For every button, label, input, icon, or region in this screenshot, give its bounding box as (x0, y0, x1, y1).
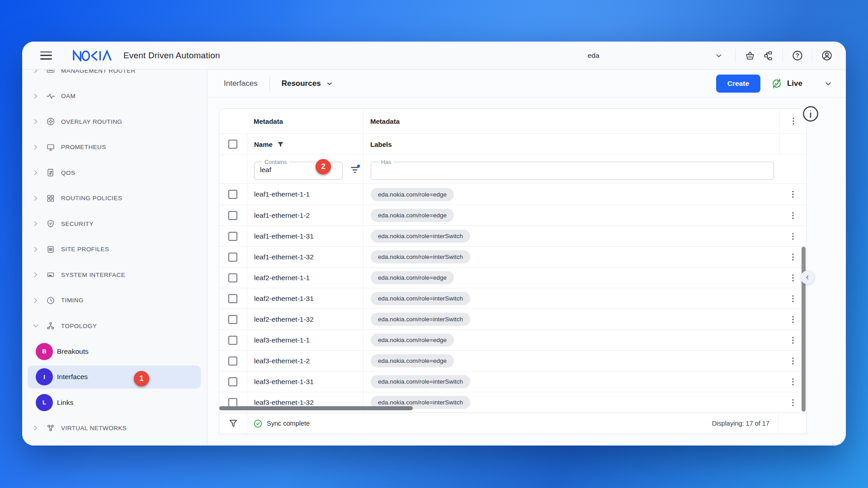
table-row: leaf1-ethernet-1-2eda.nokia.com/role=edg… (219, 205, 807, 225)
row-checkbox[interactable] (228, 253, 237, 262)
context-selector-value: eda (588, 52, 599, 60)
select-all-checkbox[interactable] (228, 140, 237, 149)
info-button[interactable] (801, 104, 820, 123)
row-checkbox[interactable] (228, 357, 237, 366)
group-header-metadata-name: Metadata (247, 117, 363, 125)
row-menu-button[interactable] (779, 211, 807, 221)
sidebar-item-label: OAM (61, 93, 75, 99)
table-body: leaf1-ethernet-1-1eda.nokia.com/role=edg… (219, 184, 807, 413)
labels-filter-input[interactable] (377, 165, 768, 174)
app-store-button[interactable] (741, 47, 759, 65)
row-name: leaf2-ethernet-1-1 (247, 267, 363, 288)
view-selector[interactable]: Resources (282, 79, 334, 88)
kebab-menu-icon (788, 211, 798, 221)
sidebar-item-site-profiles[interactable]: SITE PROFILES (22, 237, 207, 263)
chevron-down-icon (714, 51, 723, 60)
avatar: I (36, 368, 53, 385)
sidebar-item-qos[interactable]: QOS (22, 160, 207, 186)
avatar: L (36, 394, 53, 411)
label-chip: eda.nokia.com/role=interSwitch (371, 375, 470, 388)
create-button[interactable]: Create (716, 75, 760, 93)
chevron-right-icon (31, 245, 40, 254)
row-checkbox[interactable] (228, 315, 237, 324)
row-name: leaf3-ethernet-1-1 (247, 330, 363, 350)
row-checkbox[interactable] (228, 232, 237, 241)
sidebar-item-management-router[interactable]: MANAGEMENT ROUTER (22, 70, 207, 84)
group-header-metadata-labels: Metadata (363, 109, 779, 133)
sidebar-item-system-interface[interactable]: SYSTEM INTERFACE (22, 262, 207, 288)
sidebar-item-label: VIRTUAL NETWORKS (61, 425, 127, 432)
row-name: leaf1-ethernet-1-31 (247, 226, 363, 246)
kebab-menu-icon (788, 335, 798, 345)
user-icon (821, 50, 833, 61)
transactions-button[interactable] (759, 47, 777, 65)
chevron-down-icon (326, 80, 334, 88)
chevron-right-icon (31, 143, 40, 152)
topology-icon (46, 321, 55, 330)
row-name: leaf1-ethernet-1-2 (247, 205, 363, 225)
account-button[interactable] (818, 47, 836, 65)
horizontal-scrollbar[interactable] (219, 406, 413, 410)
table-row: leaf3-ethernet-1-31eda.nokia.com/role=in… (219, 371, 807, 392)
overlay-icon (46, 117, 55, 126)
column-header-labels[interactable]: Labels (363, 134, 779, 155)
kebab-menu-icon (788, 273, 798, 283)
label-chip: eda.nokia.com/role=interSwitch (371, 250, 470, 263)
row-checkbox[interactable] (228, 398, 237, 407)
table-filter-row: Contains Has (219, 155, 807, 184)
row-checkbox[interactable] (228, 294, 237, 303)
row-menu-button[interactable] (779, 189, 807, 199)
label-chip: eda.nokia.com/role=interSwitch (371, 313, 470, 326)
row-checkbox[interactable] (228, 211, 237, 220)
footer-filter-button[interactable] (219, 418, 247, 428)
sidebar-item-links[interactable]: LLinks (22, 390, 207, 416)
sidebar-item-security[interactable]: SECURITY (22, 211, 207, 237)
row-labels: eda.nokia.com/role=interSwitch (363, 288, 779, 309)
live-mode-toggle[interactable]: Live (770, 77, 802, 90)
chevron-right-icon (31, 70, 40, 75)
label-chip: eda.nokia.com/role=edge (371, 209, 454, 222)
sync-status: Sync complete (247, 419, 310, 428)
label-chip: eda.nokia.com/role=edge (371, 188, 454, 201)
chevron-down-icon[interactable] (823, 79, 833, 89)
sidebar-item-overlay-routing[interactable]: OVERLAY ROUTING (22, 109, 207, 135)
labels-filter-field[interactable]: Has (371, 159, 774, 180)
row-checkbox[interactable] (228, 336, 237, 345)
collapse-panel-button[interactable] (801, 271, 814, 284)
context-selector[interactable]: eda (588, 51, 723, 60)
monitor-icon (46, 143, 55, 152)
app-title: Event Driven Automation (123, 51, 220, 61)
row-name: leaf1-ethernet-1-32 (247, 247, 363, 267)
row-checkbox[interactable] (228, 377, 237, 386)
row-checkbox[interactable] (228, 190, 237, 199)
chevron-right-icon (31, 92, 40, 101)
table-footer: Sync complete Displaying: 17 of 17 (219, 413, 807, 434)
sidebar-item-topology[interactable]: TOPOLOGY (22, 313, 207, 339)
sidebar-item-label: OVERLAY ROUTING (61, 118, 122, 125)
sidebar-item-label: TOPOLOGY (61, 323, 97, 329)
row-name: leaf2-ethernet-1-31 (247, 288, 363, 309)
row-checkbox[interactable] (228, 273, 237, 282)
kebab-menu-icon (788, 116, 798, 126)
sidebar-item-label: SYSTEM INTERFACE (61, 272, 125, 278)
view-selector-value: Resources (282, 79, 321, 88)
table-row: leaf1-ethernet-1-31eda.nokia.com/role=in… (219, 225, 807, 246)
sidebar-item-oam[interactable]: OAM (22, 84, 207, 109)
row-menu-button[interactable] (779, 231, 807, 241)
sidebar-item-prometheus[interactable]: PROMETHEUS (22, 135, 207, 160)
sidebar-item-virtual-networks[interactable]: VIRTUAL NETWORKS (22, 415, 207, 441)
hamburger-menu-icon[interactable] (40, 52, 52, 60)
toolbar: Interfaces Resources Create Live (208, 70, 846, 98)
column-header-name[interactable]: Name (247, 134, 363, 155)
funnel-icon (228, 418, 238, 428)
check-circle-icon (253, 419, 263, 428)
help-button[interactable]: ? (788, 47, 807, 65)
sidebar-item-timing[interactable]: TIMING (22, 288, 207, 314)
sidebar-item-routing-policies[interactable]: ROUTING POLICIES (22, 186, 207, 211)
sidebar-item-interfaces[interactable]: IInterfaces (22, 364, 207, 390)
chevron-right-icon (31, 219, 40, 228)
sidebar-item-breakouts[interactable]: BBreakouts (22, 339, 207, 365)
filter-options-button[interactable] (349, 164, 361, 175)
clock-icon (46, 296, 55, 305)
document-icon (46, 245, 55, 254)
